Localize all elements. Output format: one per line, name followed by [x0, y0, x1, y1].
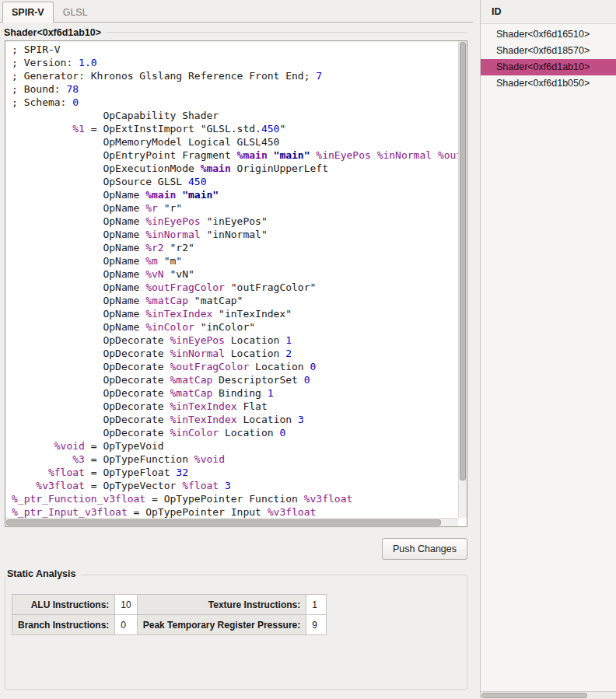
editor-button-row: Push Changes — [0, 527, 473, 560]
list-item[interactable]: Shader<0xf6d18570> — [481, 43, 616, 59]
analysis-label: Peak Temporary Register Pressure: — [137, 615, 306, 635]
code-line: OpDecorate %inEyePos Location 1 — [12, 334, 458, 347]
code-line: ; Version: 1.0 — [12, 56, 458, 69]
horizontal-scrollbar-thumb[interactable] — [6, 519, 441, 526]
analysis-value: 0 — [115, 615, 137, 635]
code-line: %_ptr_Input_v3float = OpTypePointer Inpu… — [12, 505, 458, 518]
id-panel-scrollbar-thumb[interactable] — [481, 693, 587, 698]
code-line: OpName %vN "vN" — [12, 267, 458, 281]
code-line: OpName %m "m" — [12, 254, 458, 267]
code-line: %float = OpTypeFloat 32 — [12, 466, 458, 479]
tab-glsl[interactable]: GLSL — [54, 2, 97, 22]
static-analysis-table-body: ALU Instructions:10Texture Instructions:… — [12, 595, 327, 635]
code-line: OpCapability Shader — [12, 109, 458, 122]
code-line: OpName %inNormal "inNormal" — [12, 228, 458, 241]
code-line: %1 = OpExtInstImport "GLSL.std.450" — [12, 122, 458, 135]
code-line: OpExecutionMode %main OriginUpperLeft — [12, 162, 458, 175]
code-text[interactable]: ; SPIR-V; Version: 1.0; Generator: Khron… — [5, 41, 458, 518]
code-line: %v3float = OpTypeVector %float 3 — [12, 479, 458, 492]
code-line: OpName %inColor "inColor" — [12, 320, 458, 334]
code-line: OpEntryPoint Fragment %main "main" %inEy… — [12, 149, 458, 162]
code-line: OpName %inEyePos "inEyePos" — [12, 215, 458, 228]
code-line: OpDecorate %inTexIndex Flat — [12, 400, 458, 413]
analysis-row: Branch Instructions:0Peak Temporary Regi… — [12, 615, 327, 635]
push-changes-button[interactable]: Push Changes — [382, 538, 467, 560]
list-item[interactable]: Shader<0xf6d1ab10> — [481, 59, 616, 75]
static-analysis-group: Static Analysis ALU Instructions:10Textu… — [5, 575, 467, 690]
code-line: OpSource GLSL 450 — [12, 175, 458, 188]
vertical-scrollbar[interactable] — [458, 41, 467, 518]
analysis-value: 9 — [306, 615, 327, 635]
analysis-label: Texture Instructions: — [137, 595, 306, 615]
shader-groupbox-header: Shader<0xf6d1ab10> — [0, 23, 473, 40]
code-line: ; Generator: Khronos Glslang Reference F… — [12, 69, 458, 82]
horizontal-scrollbar[interactable] — [5, 518, 458, 526]
list-item[interactable]: Shader<0xf6d1b050> — [481, 75, 616, 92]
code-line: OpMemoryModel Logical GLSL450 — [12, 135, 458, 149]
analysis-value: 10 — [115, 595, 137, 615]
code-line: OpDecorate %outFragColor Location 0 — [12, 360, 458, 373]
shader-id-panel: ID Shader<0xf6d16510>Shader<0xf6d18570>S… — [480, 0, 616, 691]
code-line: OpName %r2 "r2" — [12, 241, 458, 254]
code-line: %_ptr_Function_v3float = OpTypePointer F… — [12, 492, 458, 505]
code-line: %3 = OpTypeFunction %void — [12, 453, 458, 466]
code-line: ; Schema: 0 — [12, 96, 458, 109]
code-line: OpName %main "main" — [12, 188, 458, 201]
code-line: OpDecorate %inColor Location 0 — [12, 426, 458, 439]
code-line: OpName %outFragColor "outFragColor" — [12, 281, 458, 294]
list-item[interactable]: Shader<0xf6d16510> — [481, 26, 616, 43]
analysis-value: 1 — [306, 595, 327, 615]
spirv-disassembly-editor[interactable]: ; SPIR-V; Version: 1.0; Generator: Khron… — [5, 40, 467, 527]
code-line: OpDecorate %inNormal Location 2 — [12, 347, 458, 360]
analysis-label: ALU Instructions: — [12, 595, 115, 615]
code-line: OpName %matCap "matCap" — [12, 294, 458, 307]
groupbox-rule — [107, 32, 467, 33]
vertical-scrollbar-thumb[interactable] — [460, 42, 466, 481]
tab-spirv[interactable]: SPIR-V — [2, 2, 54, 23]
static-analysis-table: ALU Instructions:10Texture Instructions:… — [12, 594, 327, 635]
code-line: ; Bound: 78 — [12, 82, 458, 96]
code-line: OpDecorate %matCap Binding 1 — [12, 386, 458, 400]
shader-name-label: Shader<0xf6d1ab10> — [4, 27, 101, 38]
analysis-label: Branch Instructions: — [12, 615, 115, 635]
code-line: ; SPIR-V — [12, 43, 458, 56]
code-line: OpName %r "r" — [12, 201, 458, 215]
id-panel-horizontal-scrollbar[interactable] — [480, 691, 616, 699]
shader-viewer-panel: SPIR-V GLSL Shader<0xf6d1ab10> ; SPIR-V;… — [0, 0, 473, 699]
analysis-row: ALU Instructions:10Texture Instructions:… — [12, 595, 327, 615]
code-line: OpName %inTexIndex "inTexIndex" — [12, 307, 458, 320]
code-line: %void = OpTypeVoid — [12, 439, 458, 453]
code-line: OpDecorate %matCap DescriptorSet 0 — [12, 373, 458, 386]
shader-id-list: Shader<0xf6d16510>Shader<0xf6d18570>Shad… — [481, 24, 616, 92]
id-column-header: ID — [481, 0, 616, 24]
shader-format-tabbar: SPIR-V GLSL — [0, 0, 473, 23]
static-analysis-title: Static Analysis — [5, 568, 82, 579]
code-line: OpDecorate %inTexIndex Location 3 — [12, 413, 458, 426]
